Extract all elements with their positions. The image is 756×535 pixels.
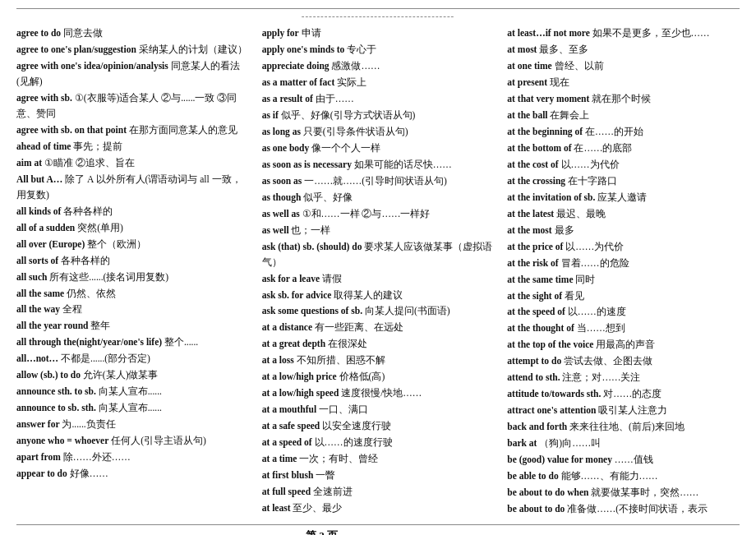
list-item: at the bottom of 在……的底部 (507, 141, 740, 156)
entry-term: at the latest (507, 209, 554, 219)
entry-definition: 一瞥 (313, 470, 335, 480)
list-item: All but A… 除了 A 以外所有人(谓语动词与 all 一致，用复数) (16, 172, 249, 203)
entry-term: ahead of time (16, 141, 71, 151)
list-item: attend to sth. 注意；对……关注 (507, 370, 740, 385)
list-item: all the way 全程 (16, 302, 249, 317)
entry-term: at least…if not more (507, 28, 589, 38)
entry-term: back and forth (507, 422, 567, 431)
entry-term: appreciate doing (262, 61, 330, 71)
list-item: at the risk of 冒着……的危险 (507, 256, 740, 271)
page-bottom: ——第 2 页---------------------------------… (16, 524, 740, 535)
list-item: at a distance 有一些距离、在远处 (262, 320, 495, 335)
list-item: appear to do 好像…… (16, 466, 249, 482)
entry-term: at a low/high speed (262, 388, 339, 398)
list-item: be about to do 准备做……(不接时间状语，表示 (507, 501, 740, 517)
entry-term: all the way (16, 304, 60, 314)
list-item: all of a sudden 突然(单用) (16, 220, 249, 236)
list-item: apart from 除……外还…… (16, 450, 249, 465)
entry-definition: 以……的速度行驶 (312, 437, 393, 447)
entry-definition: 各种各样的 (61, 206, 113, 216)
entry-term: at the most (507, 225, 551, 235)
entry-definition: 尝试去做、企图去做 (561, 356, 652, 366)
entry-term: at that very moment (507, 94, 589, 104)
entry-term: at a low/high price (262, 371, 337, 381)
entry-definition: 以安全速度行驶 (320, 421, 391, 431)
entry-term: as one body (262, 143, 310, 153)
entry-term: appear to do (16, 468, 67, 478)
entry-term: allow (sb.) to do (16, 370, 81, 380)
entry-term: all…not… (16, 353, 58, 363)
list-item: at most 最多、至多 (507, 42, 740, 58)
entry-term: ask for a leave (262, 274, 320, 284)
list-item: at a great depth 在很深处 (262, 336, 495, 352)
entry-term: announce to sb. sth. (16, 403, 96, 413)
entry-term: as well as (262, 209, 300, 219)
entry-term: ask some questions of sb. (262, 306, 362, 316)
list-item: at the most 最多 (507, 223, 740, 238)
entry-definition: 所有这些......(接名词用复数) (47, 272, 168, 282)
list-item: be (good) value for money ……值钱 (507, 452, 740, 468)
entry-term: at the cost of (507, 159, 558, 169)
list-item: allow (sb.) to do 允许(某人)做某事 (16, 367, 249, 383)
entry-definition: 如果可能的话尽快…… (352, 159, 452, 169)
entry-definition: 为......负责任 (60, 419, 116, 429)
entry-term: all the same (16, 288, 64, 298)
entry-definition: 以……的速度 (565, 307, 626, 316)
entry-definition: 采纳某人的计划（建议） (136, 44, 247, 54)
entry-definition: ①和……一样 ②与……一样好 (300, 209, 431, 219)
entry-definition: ……值钱 (612, 454, 653, 464)
entry-definition: 最多 (552, 225, 574, 235)
list-item: apply one's minds to 专心于 (262, 42, 495, 58)
list-item: as if 似乎、好像(引导方式状语从句) (262, 108, 495, 123)
entry-term: attitude to/towards sth. (507, 389, 601, 399)
list-item: at the top of the voice 用最高的声音 (507, 337, 740, 353)
entry-term: all over (Europe) (16, 239, 85, 249)
list-item: all such 所有这些......(接名词用复数) (16, 270, 249, 285)
list-item: all kinds of 各种各样的 (16, 204, 249, 219)
entry-term: as though (262, 192, 302, 202)
entry-definition: 请假 (320, 274, 342, 284)
entry-term: at full speed (262, 487, 311, 496)
entry-term: as if (262, 110, 279, 120)
entry-term: be (good) value for money (507, 454, 612, 464)
entry-definition: 至少、最少 (290, 503, 342, 513)
list-item: as a result of 由于…… (262, 91, 495, 107)
entry-term: aim at (16, 158, 42, 168)
entry-definition: 曾经、以前 (552, 61, 604, 71)
entry-definition: 对……的态度 (601, 389, 662, 399)
list-item: as soon as is necessary 如果可能的话尽快…… (262, 157, 495, 173)
entry-term: at least (262, 503, 291, 513)
entry-term: ask sb. for advice (262, 290, 332, 300)
column-1: agree to do 同意去做agree to one's plan/sugg… (16, 25, 256, 518)
list-item: at the price of 以……为代价 (507, 239, 740, 255)
entry-term: at the risk of (507, 258, 558, 268)
list-item: attract one's attention 吸引某人注意力 (507, 403, 740, 418)
entry-definition: 应某人邀请 (595, 192, 647, 202)
list-item: ask for a leave 请假 (262, 271, 495, 287)
entry-definition: 一……就……(引导时间状语从句) (302, 176, 447, 186)
entry-definition: 申请 (299, 28, 321, 38)
list-item: at a mouthful 一口、满口 (262, 402, 495, 417)
entry-definition: 整个（欧洲） (85, 239, 146, 249)
entry-term: anyone who = whoever (16, 436, 108, 445)
entry-term: at first blush (262, 470, 314, 480)
list-item: aim at ①瞄准 ②追求、旨在 (16, 155, 249, 171)
entry-term: announce sth. to sb. (16, 386, 96, 396)
entry-term: agree with one's idea/opinion/analysis (16, 61, 168, 71)
entry-definition: 似乎、好像 (301, 192, 353, 202)
entry-term: answer for (16, 419, 60, 429)
entry-term: at a time (262, 454, 297, 464)
entry-definition: 最迟、最晚 (554, 209, 606, 219)
list-item: at a safe speed 以安全速度行驶 (262, 418, 495, 434)
column-3: at least…if not more 如果不是更多，至少也……at most… (500, 25, 740, 518)
entry-term: as soon as is necessary (262, 159, 352, 169)
list-item: all through the(night/year/one's life) 整… (16, 334, 249, 350)
list-item: as a matter of fact 实际上 (262, 75, 495, 90)
list-item: appreciate doing 感激做…… (262, 58, 495, 74)
list-item: at first blush 一瞥 (262, 468, 495, 483)
entry-term: as a result of (262, 94, 313, 104)
entry-definition: ①瞄准 ②追求、旨在 (42, 158, 135, 168)
list-item: as one body 像一个个人一样 (262, 141, 495, 156)
entry-term: at present (507, 77, 547, 87)
entry-definition: 一次；有时、曾经 (297, 454, 378, 464)
